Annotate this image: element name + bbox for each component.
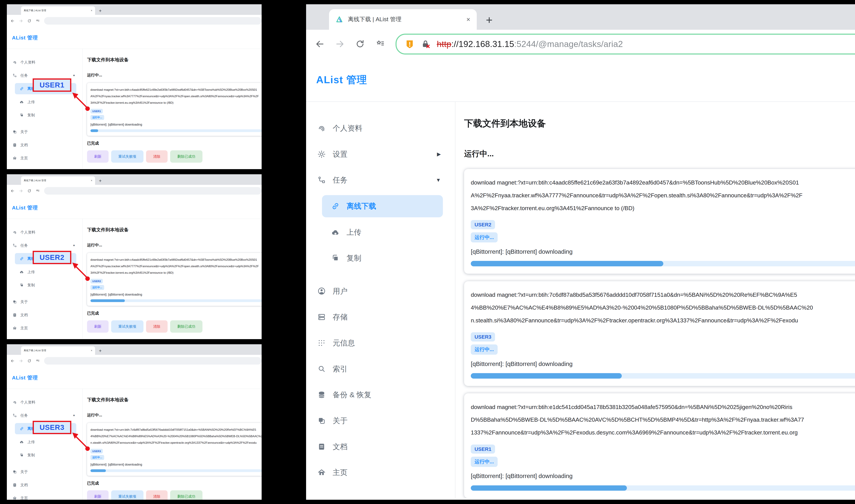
sidebar-item-about[interactable]: 关于 xyxy=(7,125,83,138)
retry-failed-button[interactable]: 重试失败项 xyxy=(111,320,143,332)
sidebar-item-profile[interactable]: 个人资料 xyxy=(7,56,83,69)
sidebar-item-upload[interactable]: 上传 xyxy=(7,95,83,108)
tab-close-icon[interactable]: × xyxy=(91,179,92,182)
sidebar-item-home[interactable]: 主页 xyxy=(306,460,455,486)
bookmark-list-icon[interactable] xyxy=(36,19,40,23)
sidebar-item-users[interactable]: 用户 xyxy=(306,278,455,304)
browser-tab[interactable]: 离线下载 | AList 管理 × xyxy=(21,6,95,15)
url-path: :5244/@manage/tasks/aria2 xyxy=(514,39,623,49)
sidebar-item-home[interactable]: 主页 xyxy=(7,491,83,500)
home-icon xyxy=(13,156,17,160)
delete-succeeded-button[interactable]: 删除已成功 xyxy=(170,320,203,332)
browser-tab[interactable]: 离线下载 | AList 管理 × xyxy=(21,176,95,185)
tab-close-icon[interactable]: × xyxy=(91,9,92,12)
address-bar[interactable] xyxy=(44,187,262,195)
clear-button[interactable]: 清除 xyxy=(146,320,168,332)
back-icon[interactable] xyxy=(11,19,15,23)
sidebar-item-home[interactable]: 主页 xyxy=(7,151,83,165)
dot-grid-icon xyxy=(317,339,326,347)
reload-icon[interactable] xyxy=(355,39,365,49)
sidebar-item-profile[interactable]: 个人资料 xyxy=(7,396,83,409)
task-status-text: [qBittorrent]: [qBittorrent] downloading xyxy=(471,472,855,480)
sidebar-item-upload[interactable]: 上传 xyxy=(7,435,83,449)
reload-icon[interactable] xyxy=(28,189,31,193)
sidebar-item-docs[interactable]: 文档 xyxy=(306,434,455,460)
reload-icon[interactable] xyxy=(28,19,31,23)
sidebar-item-docs[interactable]: 文档 xyxy=(7,308,83,322)
progress-fill xyxy=(90,469,106,472)
forward-icon[interactable] xyxy=(19,189,23,193)
chevron-down-icon: ▼ xyxy=(73,244,75,247)
magnet-line: n.stealth.si%3A80%2Fannounce&tr=udp%3A%2… xyxy=(471,314,855,327)
bookmark-list-icon[interactable] xyxy=(36,359,40,363)
new-tab-icon[interactable]: + xyxy=(99,178,102,183)
progress-bar xyxy=(471,261,855,266)
sidebar-item-docs[interactable]: 文档 xyxy=(7,479,83,491)
reload-icon[interactable] xyxy=(28,359,31,363)
sidebar-item-metadata[interactable]: 元信息 xyxy=(306,330,455,356)
insecure-lock-icon[interactable] xyxy=(421,39,431,49)
sidebar-item-copy[interactable]: 复制 xyxy=(7,449,83,462)
tab-strip: 离线下载 | AList 管理 × + xyxy=(306,4,855,30)
back-icon[interactable] xyxy=(315,39,325,49)
sidebar-item-offline-download[interactable]: 离线下载 xyxy=(322,195,443,217)
sidebar-item-backup-restore[interactable]: 备份 & 恢复 xyxy=(306,382,455,408)
sidebar-item-about[interactable]: 关于 xyxy=(7,295,83,308)
warning-shield-icon[interactable] xyxy=(405,39,415,49)
back-icon[interactable] xyxy=(11,359,15,363)
forward-icon[interactable] xyxy=(19,359,23,363)
user-badge: USER1 xyxy=(471,445,495,454)
retry-failed-button[interactable]: 重试失败项 xyxy=(111,150,143,163)
sidebar-item-tasks[interactable]: 任务▼ xyxy=(306,167,455,193)
sidebar-item-upload[interactable]: 上传 xyxy=(306,219,455,245)
sidebar-item-copy[interactable]: 复制 xyxy=(7,278,83,292)
retry-failed-button[interactable]: 重试失败项 xyxy=(111,490,143,500)
clear-button[interactable]: 清除 xyxy=(146,490,168,500)
sidebar-item-copy[interactable]: 复制 xyxy=(306,245,455,271)
database-icon xyxy=(317,390,326,399)
back-icon[interactable] xyxy=(11,189,15,193)
sidebar-item-upload[interactable]: 上传 xyxy=(7,265,83,278)
sidebar-item-profile[interactable]: 个人资料 xyxy=(306,115,455,141)
address-bar[interactable] xyxy=(44,17,262,24)
workflow-icon xyxy=(13,413,17,418)
book-icon xyxy=(13,313,17,317)
cloud-upload-icon xyxy=(19,100,24,104)
delete-succeeded-button[interactable]: 删除已成功 xyxy=(170,150,203,163)
new-tab-icon[interactable]: + xyxy=(99,8,102,13)
task-actions: 刷新 重试失败项 清除 删除已成功 xyxy=(87,150,262,163)
address-bar[interactable] xyxy=(44,357,262,365)
task-status-text: [qBittorrent]: [qBittorrent] downloading xyxy=(90,463,262,466)
new-tab-icon[interactable]: + xyxy=(486,14,492,25)
sidebar-item-storage[interactable]: 存储 xyxy=(306,304,455,330)
sidebar-item-index[interactable]: 索引 xyxy=(306,356,455,382)
clear-button[interactable]: 清除 xyxy=(146,150,168,163)
forward-icon[interactable] xyxy=(335,39,345,49)
sidebar-item-about[interactable]: 关于 xyxy=(306,408,455,434)
sidebar-item-home[interactable]: 主页 xyxy=(7,322,83,335)
tab-close-icon[interactable]: × xyxy=(467,16,470,23)
tab-close-icon[interactable]: × xyxy=(91,349,92,352)
sidebar: 个人资料 任务▼ 离线下载 上传 复制 关于 文档 主页 xyxy=(7,389,83,500)
new-tab-icon[interactable]: + xyxy=(99,348,102,353)
bookmark-list-icon[interactable] xyxy=(376,39,385,49)
magnet-line: download magnet:?xt=urn:btih:c4aadc85ffe… xyxy=(90,87,262,93)
sidebar-item-docs[interactable]: 文档 xyxy=(7,138,83,151)
workflow-icon xyxy=(13,73,17,78)
browser-tab[interactable]: 离线下载 | AList 管理 × xyxy=(329,9,477,30)
sidebar-item-copy[interactable]: 复制 xyxy=(7,108,83,122)
forward-icon[interactable] xyxy=(19,19,23,23)
delete-succeeded-button[interactable]: 删除已成功 xyxy=(170,490,203,500)
browser-tab[interactable]: 离线下载 | AList 管理 × xyxy=(21,346,95,355)
sidebar-item-about[interactable]: 关于 xyxy=(7,465,83,479)
bookmark-list-icon[interactable] xyxy=(36,189,40,193)
refresh-button[interactable]: 刷新 xyxy=(87,320,109,332)
address-bar[interactable]: http://192.168.31.15:5244/@manage/tasks/… xyxy=(396,34,855,54)
refresh-button[interactable]: 刷新 xyxy=(87,490,109,500)
sidebar-item-profile[interactable]: 个人资料 xyxy=(7,226,83,239)
refresh-button[interactable]: 刷新 xyxy=(87,150,109,163)
sidebar-item-tasks[interactable]: 任务▼ xyxy=(7,239,83,252)
sidebar-item-settings[interactable]: 设置▶ xyxy=(306,141,455,167)
sidebar-item-tasks[interactable]: 任务▼ xyxy=(7,409,83,422)
browser-window-user1: 离线下载 | AList 管理 × + AList 管理 个人资料 任务▼ 离线… xyxy=(7,4,262,169)
